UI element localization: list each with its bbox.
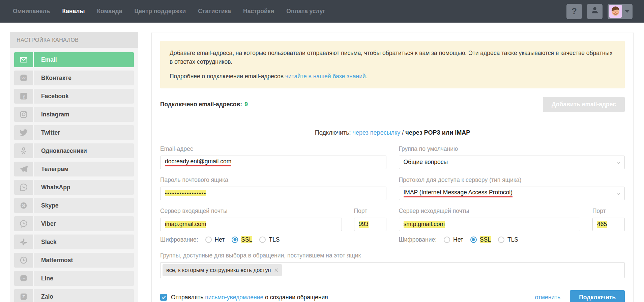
- chevron-down-icon: [616, 159, 620, 166]
- incoming-encryption-row: Шифрование: Нет SSL TLS: [160, 236, 386, 243]
- connect-button[interactable]: Подключить: [570, 290, 625, 302]
- sidebar-item-slack[interactable]: Slack: [14, 235, 134, 249]
- radio-label: TLS: [507, 236, 518, 243]
- radio-icon: [205, 237, 212, 243]
- outgoing-encryption-tls[interactable]: TLS: [498, 236, 518, 243]
- email-field-value: docready.ent@gmail.com: [165, 158, 231, 166]
- info-more-prefix: Подробнее о подключении email-адресов: [170, 73, 285, 80]
- skype-icon: S: [14, 198, 33, 213]
- chevron-down-icon: [625, 10, 630, 13]
- twitter-icon: [14, 125, 33, 140]
- help-button[interactable]: ?: [566, 4, 582, 19]
- nav-item-settings[interactable]: Настройки: [243, 8, 274, 15]
- sidebar-item-label: ВКонтакте: [34, 71, 134, 85]
- sidebar-item-zalo[interactable]: Z Zalo: [14, 289, 134, 302]
- email-field-label: Email-адрес: [160, 145, 386, 153]
- outgoing-server-label: Сервер исходящей почты: [399, 208, 581, 215]
- encryption-label: Шифрование:: [160, 236, 198, 243]
- sidebar-item-vkontakte[interactable]: VK ВКонтакте: [14, 71, 134, 85]
- nav-item-statistics[interactable]: Статистика: [198, 8, 231, 15]
- password-field[interactable]: •••••••••••••••••: [160, 187, 386, 200]
- sidebar-item-instagram[interactable]: Instagram: [14, 107, 134, 122]
- odnoklassniki-icon: [14, 143, 33, 158]
- notify-suffix: о создании обращения: [263, 294, 328, 301]
- chevron-down-icon: [616, 190, 620, 197]
- connect-mode-switch: Подключить: через пересылку / через POP3…: [152, 129, 633, 136]
- incoming-encryption-none[interactable]: Нет: [205, 236, 225, 243]
- vk-icon: VK: [14, 71, 33, 85]
- default-group-value: Общие вопросы: [404, 159, 448, 166]
- sidebar-item-whatsapp[interactable]: WhatsApp: [14, 180, 134, 195]
- line-icon: LINE: [14, 271, 33, 286]
- sidebar-item-telegram[interactable]: Телеграм: [14, 162, 134, 176]
- nav-item-omnipanel[interactable]: Омнипанель: [13, 8, 50, 15]
- encryption-label: Шифрование:: [399, 236, 437, 243]
- svg-text:Z: Z: [22, 294, 25, 299]
- sidebar-item-label: Instagram: [34, 107, 134, 122]
- email-field[interactable]: docready.ent@gmail.com: [160, 156, 386, 169]
- cancel-button[interactable]: отменить: [535, 294, 561, 301]
- remove-tag-icon[interactable]: [274, 268, 278, 272]
- sidebar-item-facebook[interactable]: f Facebook: [14, 89, 134, 104]
- divider: [152, 120, 633, 120]
- nav-item-channels[interactable]: Каналы: [62, 8, 85, 15]
- incoming-encryption-ssl[interactable]: SSL: [232, 236, 252, 243]
- sidebar-item-viber[interactable]: Viber: [14, 216, 134, 231]
- group-tag-label: все, к которым у сотрудника есть доступ: [166, 267, 271, 273]
- notify-prefix: Отправлять: [171, 294, 205, 301]
- available-groups-field[interactable]: все, к которым у сотрудника есть доступ: [160, 262, 625, 278]
- incoming-server-field[interactable]: imap.gmail.com: [160, 218, 342, 231]
- sidebar-item-label: Slack: [34, 235, 134, 249]
- sidebar-item-label: Line: [34, 271, 134, 286]
- svg-text:LINE: LINE: [22, 277, 26, 279]
- nav-item-billing[interactable]: Оплата услуг: [286, 8, 325, 15]
- outgoing-server-field[interactable]: smtp.gmail.com: [399, 218, 581, 231]
- sidebar-item-label: Телеграм: [34, 162, 134, 176]
- incoming-encryption-tls[interactable]: TLS: [259, 236, 280, 243]
- sidebar-item-label: Viber: [34, 216, 134, 231]
- forwarding-mode-link[interactable]: через пересылку: [353, 129, 401, 136]
- sidebar-item-mattermost[interactable]: Mattermost: [14, 253, 134, 268]
- slack-icon: [14, 235, 33, 249]
- default-group-select[interactable]: Общие вопросы: [399, 156, 625, 169]
- outgoing-encryption-none[interactable]: Нет: [444, 236, 463, 243]
- sidebar-item-skype[interactable]: S Skype: [14, 198, 134, 213]
- nav-item-support-center[interactable]: Центр поддержки: [134, 8, 186, 15]
- question-icon: ?: [572, 6, 577, 17]
- group-tag: все, к которым у сотрудника есть доступ: [163, 264, 282, 276]
- notification-letter-link[interactable]: письмо-уведомление: [205, 294, 263, 301]
- knowledge-base-link[interactable]: читайте в нашей базе знаний: [285, 73, 366, 80]
- sidebar-item-twitter[interactable]: Twitter: [14, 125, 134, 140]
- account-menu-button[interactable]: [608, 4, 633, 19]
- sidebar-item-label: WhatsApp: [34, 180, 134, 195]
- radio-label: TLS: [269, 236, 280, 243]
- radio-label: Нет: [215, 236, 225, 243]
- connected-count-label: Подключено email-адресов:: [160, 101, 242, 108]
- radio-label: Нет: [453, 236, 463, 243]
- protocol-select[interactable]: IMAP (Internet Message Access Protocol): [399, 187, 625, 200]
- outgoing-server-value: smtp.gmail.com: [404, 221, 445, 228]
- incoming-port-field[interactable]: 993: [354, 218, 386, 231]
- outgoing-port-field[interactable]: 465: [592, 218, 625, 231]
- sidebar-header: НАСТРОЙКА КАНАЛОВ: [10, 32, 138, 48]
- info-text-more: Подробнее о подключении email-адресов чи…: [170, 72, 615, 81]
- facebook-icon: f: [14, 89, 33, 104]
- person-icon: [590, 6, 599, 17]
- profile-button[interactable]: [587, 4, 603, 19]
- sidebar-item-label: Facebook: [34, 89, 134, 104]
- viber-icon: [14, 216, 33, 231]
- email-icon: [14, 52, 33, 67]
- outgoing-encryption-ssl[interactable]: SSL: [470, 236, 491, 243]
- sidebar-item-label: Zalo: [34, 289, 134, 302]
- nav-item-team[interactable]: Команда: [97, 8, 122, 15]
- notify-checkbox[interactable]: [160, 294, 167, 301]
- sidebar-item-email[interactable]: Email: [14, 52, 134, 67]
- add-email-button[interactable]: Добавить email-адрес: [543, 97, 625, 112]
- protocol-label: Протокол для доступа к серверу (тип ящик…: [399, 176, 625, 184]
- radio-icon: [259, 237, 266, 243]
- sidebar-item-line[interactable]: LINE Line: [14, 271, 134, 286]
- connected-count-value: 9: [244, 101, 248, 108]
- avatar: [609, 5, 622, 18]
- sidebar-item-odnoklassniki[interactable]: Одноклассники: [14, 143, 134, 158]
- password-field-label: Пароль почтового ящика: [160, 176, 386, 184]
